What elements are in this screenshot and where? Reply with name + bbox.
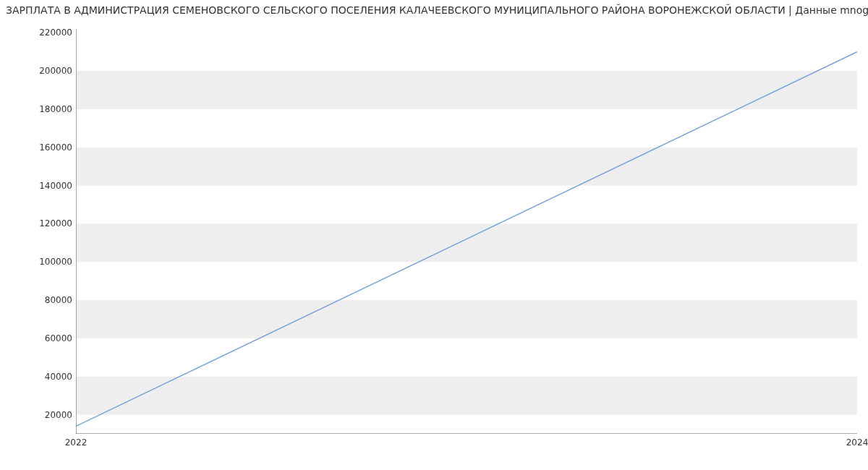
y-tick-label: 200000 (7, 66, 72, 76)
y-tick-label: 60000 (7, 333, 72, 343)
grid-band (76, 148, 857, 186)
y-tick-label: 180000 (7, 104, 72, 114)
y-tick-label: 100000 (7, 257, 72, 267)
y-tick-label: 80000 (7, 295, 72, 305)
grid-band (76, 300, 857, 338)
chart-title: ЗАРПЛАТА В АДМИНИСТРАЦИЯ СЕМЕНОВСКОГО СЕ… (6, 4, 862, 16)
y-tick-label: 20000 (7, 410, 72, 420)
plot-area (76, 29, 857, 434)
grid-band (76, 71, 857, 109)
y-tick-label: 120000 (7, 218, 72, 228)
y-tick-label: 160000 (7, 142, 72, 153)
grid-band (76, 377, 857, 415)
y-tick-label: 140000 (7, 181, 72, 191)
x-tick-label: 2022 (65, 437, 88, 448)
y-tick-label: 220000 (7, 27, 72, 38)
line-chart: ЗАРПЛАТА В АДМИНИСТРАЦИЯ СЕМЕНОВСКОГО СЕ… (0, 0, 868, 470)
grid-band (76, 223, 857, 262)
x-tick-label: 2024 (846, 437, 868, 448)
y-tick-label: 40000 (7, 372, 72, 382)
